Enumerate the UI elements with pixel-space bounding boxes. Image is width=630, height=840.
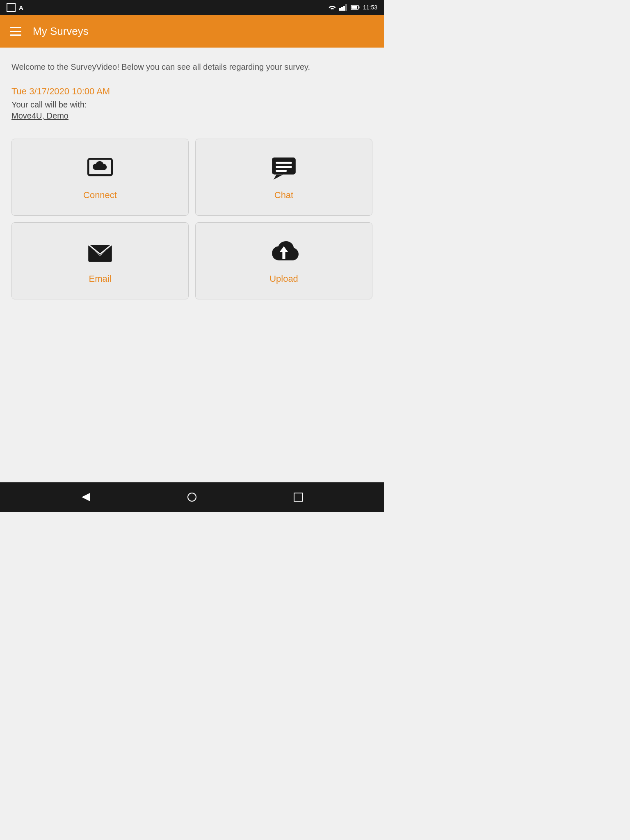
status-bar-right: 11:53	[329, 4, 377, 11]
svg-rect-10	[276, 166, 292, 168]
hamburger-line-1	[10, 27, 21, 28]
wifi-icon	[329, 5, 336, 10]
nav-home-button[interactable]	[182, 487, 202, 507]
call-person[interactable]: Move4U, Demo	[11, 111, 372, 121]
upload-icon	[269, 237, 299, 267]
svg-rect-11	[276, 170, 287, 172]
welcome-text: Welcome to the SurveyVideo! Below you ca…	[11, 61, 372, 73]
svg-rect-0	[339, 8, 341, 11]
email-icon	[85, 237, 115, 267]
svg-point-18	[188, 493, 196, 501]
main-content: Welcome to the SurveyVideo! Below you ca…	[0, 48, 384, 313]
status-bar-left: A	[7, 3, 23, 12]
svg-rect-5	[358, 7, 359, 9]
svg-marker-12	[274, 174, 283, 180]
battery-icon	[351, 5, 360, 10]
nav-back-button[interactable]	[76, 487, 96, 507]
chat-label: Chat	[274, 190, 293, 201]
email-button[interactable]: Email	[11, 222, 189, 299]
svg-rect-6	[351, 6, 357, 9]
chat-button[interactable]: Chat	[195, 139, 372, 216]
email-label: Email	[89, 274, 111, 284]
svg-rect-19	[294, 493, 302, 501]
upload-label: Upload	[269, 274, 298, 284]
connect-button[interactable]: Connect	[11, 139, 189, 216]
action-buttons-grid: Connect Chat	[11, 139, 372, 299]
appointment-date-time: Tue 3/17/2020 10:00 AM	[11, 86, 372, 97]
svg-rect-2	[343, 6, 345, 11]
bottom-nav-bar	[0, 482, 384, 512]
nav-recent-button[interactable]	[288, 487, 308, 507]
connect-icon	[85, 154, 115, 183]
call-label: Your call will be with:	[11, 100, 372, 110]
app-icon-square	[7, 3, 16, 12]
svg-marker-17	[82, 493, 90, 501]
signal-icon	[339, 4, 347, 11]
svg-rect-3	[345, 4, 347, 11]
hamburger-line-3	[10, 34, 21, 36]
hamburger-line-2	[10, 31, 21, 32]
chat-icon	[269, 154, 299, 183]
svg-rect-9	[276, 162, 292, 164]
app-bar: My Surveys	[0, 15, 384, 48]
upload-button[interactable]: Upload	[195, 222, 372, 299]
svg-rect-1	[341, 7, 343, 11]
app-bar-title: My Surveys	[33, 25, 89, 38]
app-icon-a: A	[19, 4, 23, 11]
status-bar: A 11:53	[0, 0, 384, 15]
hamburger-menu-button[interactable]	[10, 27, 21, 36]
status-time: 11:53	[363, 4, 377, 11]
connect-label: Connect	[83, 190, 117, 201]
